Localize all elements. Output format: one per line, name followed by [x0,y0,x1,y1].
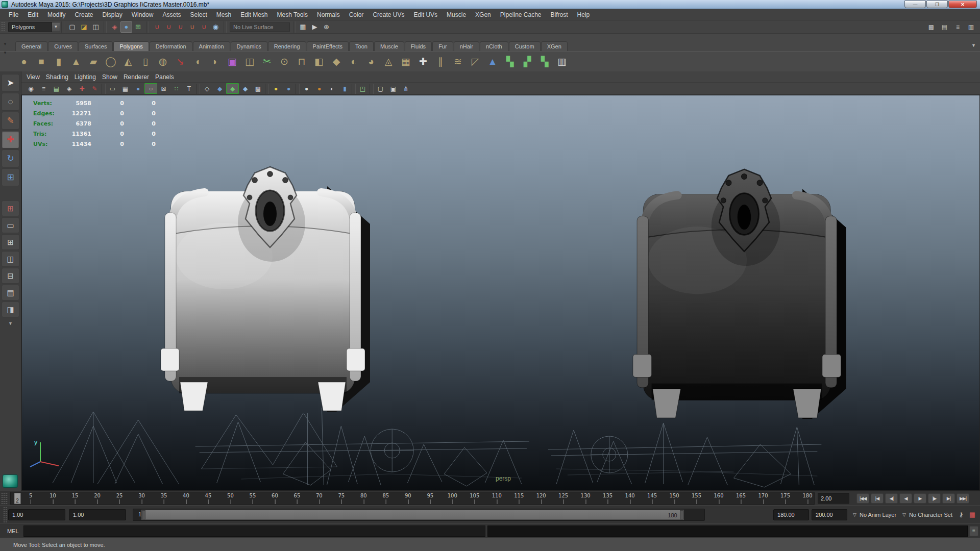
layout-four-pane-icon[interactable]: ⊞ [2,234,19,250]
shelf-tab-deformation[interactable]: Deformation [150,41,192,51]
shaded-sphere-icon[interactable]: ● [313,83,326,94]
step-forward-frame-button[interactable]: ▶| [942,493,955,504]
smooth-icon[interactable]: ◕ [362,53,380,70]
crate-light[interactable] [148,146,393,412]
field-chart-icon[interactable]: ○ [144,83,157,94]
xray-icon[interactable]: ◐ [326,83,338,94]
last-tool-icon[interactable]: ⊞ [2,201,19,216]
script-editor-icon[interactable]: ≡ [969,526,978,536]
poly-platonic-icon[interactable]: ◍ [154,53,172,70]
range-end-handle[interactable] [680,510,683,519]
status-separator[interactable] [104,21,107,33]
anim-layer-dropdown[interactable]: No Anim Layer [860,512,896,518]
default-light-icon[interactable]: ● [270,83,282,94]
use-default-material-icon[interactable]: ● [300,83,313,94]
snap-projected-center-icon[interactable]: ∪ [186,21,198,33]
split-polygon-icon[interactable]: ✂ [258,53,276,70]
overlap-panes-icon[interactable]: ▣ [387,83,400,94]
panel-menu-show[interactable]: Show [102,72,124,82]
menu-edit-uvs[interactable]: Edit UVs [409,10,442,20]
snap-point-icon[interactable]: ∪ [175,21,186,33]
sidebar-render-view-icon[interactable]: ▩ [925,21,937,33]
menu-mesh[interactable]: Mesh [212,10,236,20]
bookmarks-icon[interactable]: ▤ [50,83,63,94]
menu-set-dropdown[interactable]: Polygons ▼ [8,22,60,32]
scale-tool-icon[interactable]: ⊞ [2,168,19,186]
range-grip[interactable] [3,507,7,522]
layout-single-pane-icon[interactable]: ▭ [2,217,19,233]
select-tool-icon[interactable]: ➤ [2,74,19,92]
use-all-lights-icon[interactable]: ▩ [252,83,264,94]
poly-cube-icon[interactable]: ■ [33,53,50,70]
safe-title-icon[interactable]: ∷ [170,83,183,94]
sidebar-tool-settings-icon[interactable]: ≡ [952,21,964,33]
step-back-frame-button[interactable]: |◀ [871,493,884,504]
close-button[interactable]: ✕ [948,1,977,8]
panel-menu-view[interactable]: View [27,72,46,82]
combine-icon[interactable]: ◫ [241,53,258,70]
grease-pencil-icon[interactable]: ✎ [88,83,101,94]
shelf-tab-custom[interactable]: Custom [509,41,541,51]
status-separator[interactable] [293,21,296,33]
animation-start-field[interactable]: 1.00 [8,509,65,520]
menu-bifrost[interactable]: Bifrost [546,10,573,20]
menu-pipeline-cache[interactable]: Pipeline Cache [496,10,546,20]
play-backwards-button[interactable]: ◀ [899,493,912,504]
menu-edit[interactable]: Edit [23,10,43,20]
safe-action-icon[interactable]: ⊠ [157,83,170,94]
shelf-tab-general[interactable]: General [15,41,47,51]
cut-faces-icon[interactable]: ✚ [414,53,432,70]
shelf-tab-rendering[interactable]: Rendering [268,41,306,51]
bridge-icon[interactable]: ⊓ [293,53,310,70]
shelf-tab-arrows[interactable]: ▼▼ [3,42,7,55]
playback-end-field[interactable]: 180.00 [773,509,809,520]
crate-dark[interactable] [619,148,869,419]
menu-display[interactable]: Display [97,10,127,20]
shelf-tab-xgen[interactable]: XGen [541,41,568,51]
menu-normals[interactable]: Normals [312,10,345,20]
rotate-tool-icon[interactable]: ↻ [2,149,19,167]
command-language-toggle[interactable]: MEL [0,528,18,534]
shelf-tab-toon[interactable]: Toon [349,41,374,51]
layout-persp-outliner-icon[interactable]: ◫ [2,251,19,267]
shelf-tab-polygons[interactable]: Polygons [113,41,149,51]
command-input[interactable] [23,525,485,537]
render-settings-icon[interactable]: ⊛ [321,21,332,33]
status-separator[interactable] [146,21,149,33]
wireframe-on-shaded-icon[interactable]: ◆ [226,83,239,94]
shelf-tab-dynamics[interactable]: Dynamics [231,41,267,51]
poly-sphere-icon[interactable]: ● [15,53,33,70]
restore-button[interactable]: ❐ [926,1,948,8]
timeline-grip[interactable] [1,492,8,504]
plain-cube-icon[interactable]: ▢ [374,83,387,94]
append-polygon-icon[interactable]: ◸ [467,53,484,70]
minimize-button[interactable]: — [904,1,926,8]
range-slider-handle[interactable]: 180 [141,510,684,520]
wireframe-mode-icon[interactable]: ◇ [201,83,213,94]
resolution-gate-icon[interactable]: ▦ [119,83,132,94]
shelf-tab-animation[interactable]: Animation [193,41,230,51]
shelf-tab-ncloth[interactable]: nCloth [480,41,508,51]
ipr-render-icon[interactable]: ▶ [309,21,321,33]
merge-vertices-icon[interactable]: ⊙ [276,53,293,70]
shelf-tab-painteffects[interactable]: PaintEffects [307,41,349,51]
snap-grid-icon[interactable]: ∪ [151,21,163,33]
file-open-icon[interactable]: ◪ [78,21,90,33]
make-live-icon[interactable]: ◉ [210,21,222,33]
menu-edit-mesh[interactable]: Edit Mesh [236,10,272,20]
shelf-tab-nhair[interactable]: nHair [454,41,479,51]
go-to-start-button[interactable]: |◀◀ [856,493,869,504]
play-forwards-button[interactable]: ▶ [914,493,926,504]
status-line-grip[interactable] [1,21,5,32]
auto-keyframe-icon[interactable]: ⚷ [955,510,967,520]
panel-menu-renderer[interactable]: Renderer [124,72,155,82]
range-slider[interactable]: 180 1 [133,509,705,521]
range-start-handle[interactable] [142,510,145,519]
menu-create[interactable]: Create [70,10,97,20]
menu-color[interactable]: Color [345,10,369,20]
select-hierarchy-icon[interactable]: ◈ [109,21,120,33]
quadrangulate-icon[interactable]: ▦ [397,53,414,70]
offset-edge-loop-icon[interactable]: ≋ [449,53,467,70]
menu-select[interactable]: Select [185,10,211,20]
current-frame-marker[interactable]: 2 [14,493,21,504]
